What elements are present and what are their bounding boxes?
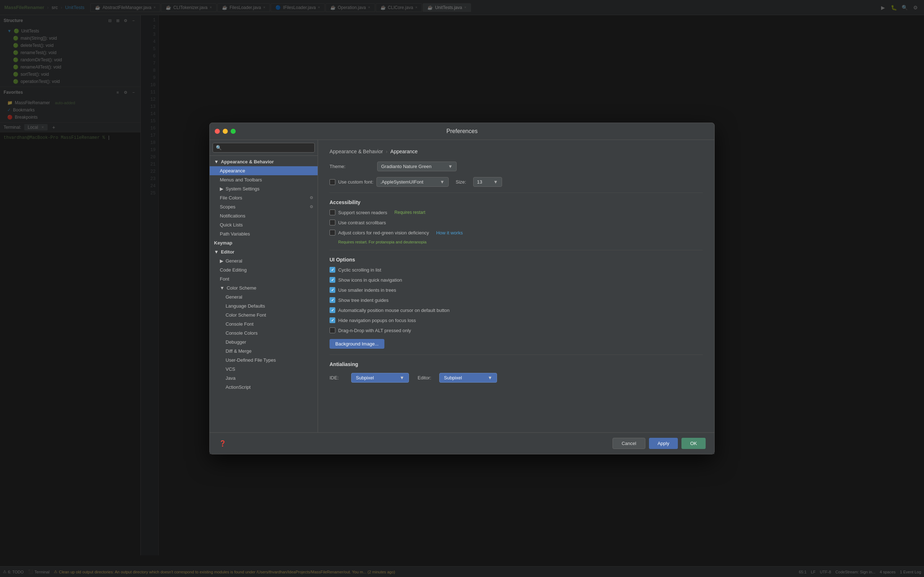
close-window-btn[interactable] [215, 129, 220, 134]
dropdown-arrow-icon: ▼ [448, 164, 452, 169]
ok-button[interactable]: OK [682, 438, 706, 449]
prefs-body: ▼ Appearance & Behavior Appearance Menus… [210, 140, 714, 432]
quick-nav-icons-label: Show icons in quick navigation [338, 277, 402, 283]
preferences-dialog: Preferences ▼ Appearance & Behavior [209, 122, 715, 455]
ui-options-title: UI Options [330, 257, 703, 263]
ptree-keymap[interactable]: Keymap [210, 239, 318, 247]
ptree-appearance-behavior[interactable]: ▼ Appearance & Behavior [210, 157, 318, 166]
divider-3 [330, 355, 703, 355]
editor-antialias-select[interactable]: Subpixel ▼ [439, 373, 497, 383]
theme-row: Theme: Gradianto Nature Green ▼ [330, 161, 703, 171]
auto-position-checkbox[interactable] [330, 307, 335, 313]
tree-guides-label: Show tree indent guides [338, 298, 388, 303]
ptree-editor[interactable]: ▼ Editor [210, 247, 318, 256]
ptree-color-scheme[interactable]: ▼ Color Scheme [210, 284, 318, 292]
maximize-window-btn[interactable] [231, 129, 236, 134]
expand-arrow-icon: ▼ [214, 159, 219, 164]
ptree-vcs[interactable]: VCS [210, 364, 318, 374]
expand-arrow-icon: ▼ [220, 285, 225, 291]
ide-antialias-value: Subpixel [356, 375, 374, 380]
tree-guides-checkbox[interactable] [330, 297, 335, 303]
font-select[interactable]: .AppleSystemUIFont ▼ [376, 177, 449, 187]
ptree-file-colors[interactable]: File Colors ⚙ [210, 193, 318, 202]
ptree-menus-toolbars[interactable]: Menus and Toolbars [210, 175, 318, 184]
ptree-general[interactable]: ▶ General [210, 256, 318, 266]
auto-position-row: Automatically position mouse cursor on d… [330, 307, 703, 313]
expand-arrow-icon: ▼ [214, 249, 219, 255]
smaller-indents-label: Use smaller indents in trees [338, 287, 396, 293]
ptree-user-defined-types[interactable]: User-Defined File Types [210, 356, 318, 364]
file-colors-badge[interactable]: ⚙ [310, 195, 313, 200]
bg-image-button[interactable]: Background Image... [330, 339, 384, 349]
dnd-alt-checkbox[interactable] [330, 327, 335, 333]
ptree-actionscript[interactable]: ActionScript [210, 383, 318, 392]
cyclic-scroll-label: Cyclic scrolling in list [338, 267, 381, 272]
custom-font-row: Use custom font: .AppleSystemUIFont ▼ Si… [330, 177, 703, 187]
auto-position-label: Automatically position mouse cursor on d… [338, 308, 450, 313]
ptree-console-font[interactable]: Console Font [210, 319, 318, 329]
quick-nav-icons-checkbox[interactable] [330, 277, 335, 283]
apply-button[interactable]: Apply [649, 438, 678, 449]
hide-popups-row: Hide navigation popups on focus loss [330, 318, 703, 323]
ptree-color-scheme-font[interactable]: Color Scheme Font [210, 311, 318, 319]
bg-image-container: Background Image... [330, 339, 703, 349]
ide-antialias-select[interactable]: Subpixel ▼ [351, 373, 409, 383]
screen-readers-row: Support screen readers Requires restart [330, 210, 703, 215]
ptree-quick-lists[interactable]: Quick Lists [210, 220, 318, 229]
ptree-font[interactable]: Font [210, 274, 318, 284]
ptree-cs-general[interactable]: General [210, 292, 318, 301]
ptree-code-editing[interactable]: Code Editing [210, 266, 318, 274]
antialiasing-title: Antialiasing [330, 361, 703, 367]
accessibility-title: Accessibility [330, 200, 703, 205]
ptree-diff-merge[interactable]: Diff & Merge [210, 347, 318, 356]
dropdown-arrow-icon: ▼ [488, 375, 492, 380]
editor-antialias: Editor: Subpixel ▼ [418, 373, 497, 383]
breadcrumb-parent: Appearance & Behavior [330, 148, 383, 154]
dropdown-arrow-icon: ▼ [440, 179, 445, 185]
custom-font-checkbox[interactable] [330, 179, 335, 185]
ide-antialias-label: IDE: [330, 375, 347, 380]
ptree-language-defaults[interactable]: Language Defaults [210, 301, 318, 311]
cyclic-scroll-checkbox[interactable] [330, 267, 335, 272]
dropdown-arrow-icon: ▼ [493, 179, 498, 185]
expand-icon: ▶ [220, 186, 223, 192]
scopes-badge[interactable]: ⚙ [310, 205, 313, 209]
expand-icon: ▶ [220, 258, 223, 264]
color-deficiency-checkbox[interactable] [330, 230, 335, 235]
dialog-title: Preferences [446, 128, 478, 134]
smaller-indents-checkbox[interactable] [330, 287, 335, 293]
cancel-button[interactable]: Cancel [612, 438, 645, 449]
ptree-scopes[interactable]: Scopes ⚙ [210, 202, 318, 211]
ptree-system-settings[interactable]: ▶ System Settings [210, 184, 318, 193]
smaller-indents-row: Use smaller indents in trees [330, 287, 703, 293]
theme-select[interactable]: Gradianto Nature Green ▼ [377, 161, 457, 171]
ide-antialias: IDE: Subpixel ▼ [330, 373, 409, 383]
help-button[interactable]: ❓ [218, 439, 227, 448]
search-input[interactable] [213, 143, 315, 153]
contrast-scrollbars-checkbox[interactable] [330, 220, 335, 226]
font-value: .AppleSystemUIFont [380, 179, 423, 185]
ide-background: MassFileRenamer › src › UnitTests ☕ Abst… [0, 0, 924, 577]
size-select[interactable]: 13 ▼ [473, 177, 502, 187]
size-value: 13 [477, 179, 482, 185]
color-deficiency-section: Adjust colors for red-green vision defic… [330, 230, 703, 244]
modal-overlay: Preferences ▼ Appearance & Behavior [0, 0, 924, 577]
ptree-appearance[interactable]: Appearance [210, 166, 318, 175]
prefs-title-bar: Preferences [210, 123, 714, 140]
hide-popups-checkbox[interactable] [330, 318, 335, 323]
ptree-notifications[interactable]: Notifications [210, 211, 318, 220]
screen-readers-checkbox[interactable] [330, 210, 335, 215]
bg-image-label: Background Image... [335, 341, 379, 347]
minimize-window-btn[interactable] [223, 129, 228, 134]
how-it-works-link[interactable]: How it works [436, 230, 463, 235]
theme-label: Theme: [330, 164, 373, 169]
title-bar-controls [215, 129, 236, 134]
contrast-scrollbars-row: Use contrast scrollbars [330, 220, 703, 226]
ptree-java[interactable]: Java [210, 374, 318, 383]
custom-font-label: Use custom font: [338, 179, 373, 185]
quick-nav-icons-row: Show icons in quick navigation [330, 277, 703, 283]
ptree-debugger[interactable]: Debugger [210, 338, 318, 347]
contrast-scrollbars-label: Use contrast scrollbars [338, 220, 386, 226]
ptree-path-variables[interactable]: Path Variables [210, 229, 318, 239]
ptree-console-colors[interactable]: Console Colors [210, 329, 318, 338]
